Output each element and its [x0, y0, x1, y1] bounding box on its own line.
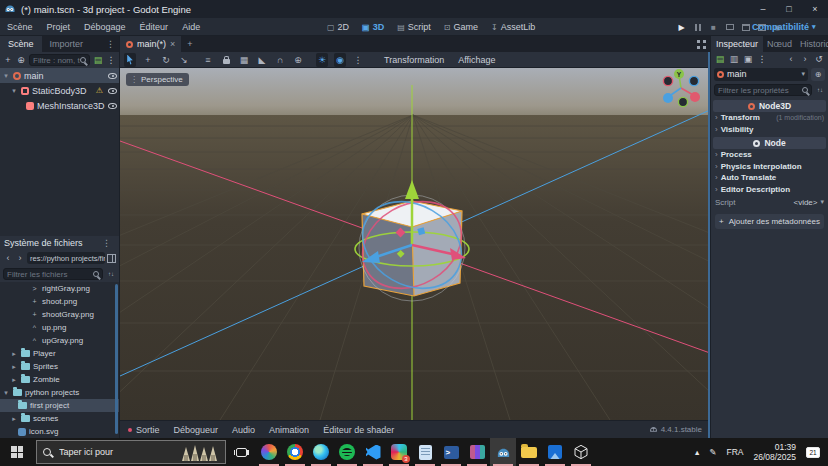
stop-button[interactable]: ■ [708, 22, 719, 33]
preview-environment-button[interactable]: ◉ [334, 53, 346, 67]
script-property-row[interactable]: Script <vide> ▾ [711, 195, 828, 209]
expander-icon[interactable]: ▾ [2, 72, 10, 80]
edited-node-select[interactable]: main ▾ [714, 68, 808, 81]
category-node3d[interactable]: Node3D [713, 100, 826, 112]
visibility-eye-icon[interactable] [108, 73, 117, 79]
scene-node-staticbody3d[interactable]: ▾ StaticBody3D ⚠ [0, 83, 119, 98]
menu-project[interactable]: Projet [40, 22, 78, 32]
section-visibility[interactable]: › Visibility [711, 124, 828, 136]
file-up[interactable]: ^up.png [0, 321, 119, 334]
section-process[interactable]: › Process [711, 149, 828, 161]
scale-tool[interactable]: ↘ [178, 53, 190, 67]
close-tab-icon[interactable]: × [170, 39, 175, 49]
filter-options-icon[interactable]: ↑↓ [815, 87, 825, 93]
x-positive-ball[interactable] [690, 92, 700, 102]
local-space-button[interactable]: ⊕ [292, 53, 304, 67]
x-negative-ball[interactable] [663, 76, 672, 85]
chevron-down-icon[interactable]: ▾ [820, 198, 824, 206]
file-rightgray[interactable]: >rightGray.png [0, 282, 119, 295]
remote-debug-button[interactable] [724, 22, 735, 33]
taskbar-app-godot[interactable] [490, 438, 516, 466]
new-scene-tab-button[interactable]: + [181, 39, 198, 49]
close-button[interactable]: × [802, 0, 828, 18]
viewport-3d[interactable]: Y ⋮ Perspective [120, 68, 710, 420]
new-resource-button[interactable]: ▤ [715, 54, 725, 64]
bottom-tab-shader-editor[interactable]: Éditeur de shader [323, 425, 394, 435]
visibility-eye-icon[interactable] [108, 103, 117, 109]
file-upgray[interactable]: ^upGray.png [0, 334, 119, 347]
section-auto-translate[interactable]: › Auto Translate [711, 172, 828, 184]
scene-dock-menu[interactable]: ⋮ [102, 39, 119, 49]
workspace-tab-3d[interactable]: ▣3D [357, 22, 389, 32]
y-negative-ball[interactable] [678, 97, 687, 106]
resource-menu[interactable]: ⋮ [757, 54, 767, 64]
scene-node-meshinstance3d[interactable]: MeshInstance3D [0, 98, 119, 113]
current-path[interactable]: res://python projects/first [27, 252, 105, 264]
scene-node-main[interactable]: ▾ main [0, 68, 119, 83]
perspective-menu[interactable]: ⋮ Perspective [126, 73, 189, 86]
filesystem-filter-input[interactable] [7, 270, 93, 279]
taskbar-app-with-badge[interactable]: 3 [386, 438, 412, 466]
add-metadata-button[interactable]: + Ajouter des métadonnées [715, 214, 824, 229]
property-filter-input[interactable] [718, 86, 802, 95]
sort-icon[interactable]: ↑↓ [106, 271, 116, 277]
dock-splitter[interactable] [708, 52, 710, 438]
view-menu[interactable]: Affichage [454, 55, 499, 65]
file-icon-svg[interactable]: icon.svg [0, 425, 119, 438]
play-scene-button[interactable] [740, 22, 751, 33]
expander-icon[interactable]: ▾ [10, 87, 18, 95]
taskbar-app-notepad[interactable] [412, 438, 438, 466]
add-node-button[interactable]: + [3, 55, 13, 65]
move-tool[interactable]: + [142, 53, 154, 67]
taskbar-app-powershell[interactable]: > [438, 438, 464, 466]
folder-sprites[interactable]: ▸Sprites [0, 360, 119, 373]
taskbar-app-winrar[interactable] [464, 438, 490, 466]
taskbar-app-chrome[interactable] [282, 438, 308, 466]
history-forward-button[interactable]: › [800, 54, 810, 64]
bottom-tab-audio[interactable]: Audio [232, 425, 255, 435]
preview-sun-button[interactable]: ☀ [316, 53, 328, 67]
rotate-tool[interactable]: ↻ [160, 53, 172, 67]
minimize-button[interactable]: – [750, 0, 776, 18]
select-tool[interactable] [124, 53, 136, 67]
nav-forward-button[interactable]: › [15, 253, 25, 263]
workspace-tab-script[interactable]: ▤Script [392, 22, 436, 32]
warning-icon[interactable]: ⚠ [96, 86, 103, 95]
visibility-eye-icon[interactable] [108, 88, 117, 94]
preview-options-menu[interactable]: ⋮ [352, 53, 364, 67]
maximize-button[interactable]: □ [776, 0, 802, 18]
pause-button[interactable] [692, 22, 703, 33]
notification-center-button[interactable]: 21 [806, 447, 820, 458]
taskbar-app-explorer[interactable] [516, 438, 542, 466]
workspace-tab-2d[interactable]: ▢2D [322, 22, 354, 32]
taskbar-app-microsoft-365[interactable] [256, 438, 282, 466]
taskbar-app-3d-viewer[interactable] [568, 438, 594, 466]
snap-button[interactable]: ∩ [274, 53, 286, 67]
tab-node[interactable]: Nœud [763, 36, 796, 52]
history-list-button[interactable]: ↺ [814, 54, 824, 64]
group-button[interactable]: ▦ [238, 53, 250, 67]
taskbar-app-edge[interactable] [308, 438, 334, 466]
extra-resource-button[interactable]: ⊕ [811, 68, 825, 81]
tab-inspector[interactable]: Inspecteur [711, 36, 763, 52]
viewport-canvas[interactable]: Y [120, 68, 710, 420]
scene-filter[interactable] [29, 54, 90, 66]
file-shoot[interactable]: +shoot.png [0, 295, 119, 308]
taskbar-app-spotify[interactable] [334, 438, 360, 466]
expander-icon[interactable]: ▸ [10, 363, 18, 371]
property-filter[interactable] [714, 84, 812, 96]
filesystem-menu[interactable]: ⋮ [98, 238, 115, 248]
taskbar-search[interactable] [36, 440, 226, 464]
taskbar-clock[interactable]: 01:39 26/08/2025 [753, 442, 796, 462]
section-transform[interactable]: › Transform (1 modification) [711, 112, 828, 124]
scene-tab-main[interactable]: main(*) × [120, 36, 181, 52]
section-physics-interpolation[interactable]: › Physics Interpolation [711, 161, 828, 173]
taskbar-search-input[interactable] [57, 446, 173, 458]
file-shootgray[interactable]: +shootGray.png [0, 308, 119, 321]
z-negative-ball[interactable] [689, 76, 698, 85]
taskbar-app-photos[interactable] [542, 438, 568, 466]
nav-back-button[interactable]: ‹ [3, 253, 13, 263]
scene-filter-input[interactable] [33, 56, 80, 65]
renderer-select[interactable]: Compatibilité ▾ [752, 20, 816, 34]
bottom-tab-output[interactable]: Sortie [128, 425, 160, 435]
